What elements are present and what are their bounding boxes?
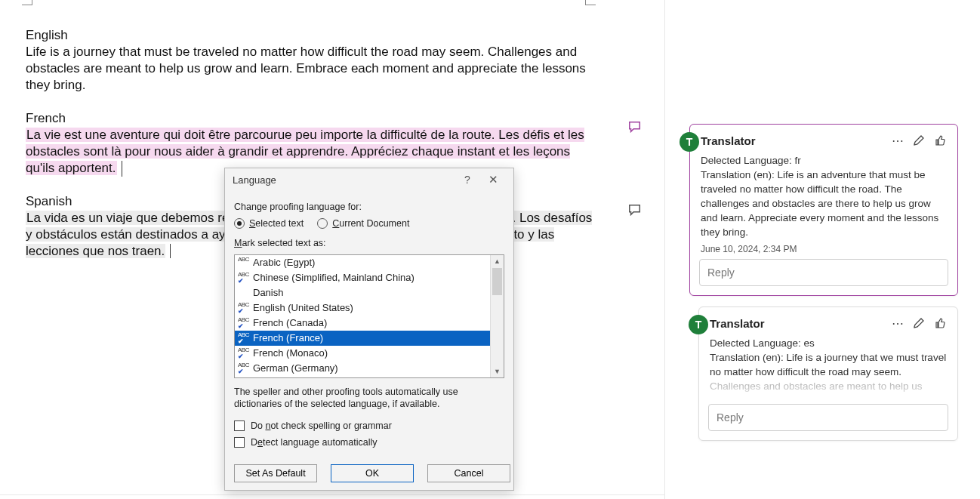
comment-author: Translator [710, 317, 891, 330]
french-paragraph[interactable]: French La vie est une aventure qui doit … [26, 110, 596, 177]
language-dialog: Language ? ✕ Change proofing language fo… [224, 168, 514, 491]
avatar: T [689, 315, 708, 334]
checkbox-icon [234, 420, 245, 431]
english-paragraph: English Life is a journey that must be t… [26, 27, 596, 94]
language-name: French (Monaco) [253, 346, 328, 361]
comments-panel: T Translator ⋯ Delected Language: fr Tra… [664, 0, 980, 499]
mark-label-rest: ark selected text as: [242, 238, 325, 248]
page-margin-corner-right [585, 0, 596, 5]
page-margin-corner-left [22, 0, 32, 5]
dialog-title: Language [233, 174, 276, 186]
language-name: Danish [253, 285, 283, 300]
radio-document-label: urrent Document [339, 218, 409, 229]
language-option[interactable]: Danish [235, 285, 492, 300]
french-heading: French [26, 110, 596, 127]
language-option[interactable]: ABC✔French (Monaco) [235, 346, 492, 361]
dialog-note: The speller and other proofing tools aut… [234, 386, 483, 410]
comment-author: Translator [701, 134, 891, 147]
edit-icon[interactable] [912, 316, 926, 330]
radio-icon [317, 218, 328, 229]
radio-current-document[interactable]: Current Document [317, 218, 409, 229]
text-cursor [122, 161, 126, 177]
spellcheck-abc-check-icon: ABC✔ [238, 302, 250, 314]
language-option[interactable]: ABC✔English (United States) [235, 300, 492, 316]
change-proofing-label: Change proofing language for: [234, 202, 504, 212]
reply-input[interactable]: Reply [708, 404, 948, 431]
comment-card[interactable]: T Translator ⋯ Delected Language: fr Tra… [689, 124, 958, 296]
listbox-scrollbar[interactable]: ▲ ▼ [490, 255, 504, 377]
reply-input[interactable]: Reply [699, 259, 948, 286]
comment-line: Delected Language: es [710, 336, 947, 350]
spellcheck-abc-check-icon: ABC✔ [238, 317, 250, 329]
radio-selected-text[interactable]: Selected text [234, 218, 304, 229]
spellcheck-abc-check-icon: ABC✔ [238, 362, 250, 374]
language-option[interactable]: ABC✔Chinese (Simplified, Mainland China) [235, 270, 492, 285]
radio-icon [234, 218, 245, 229]
spellcheck-abc-check-icon: ABC✔ [238, 332, 250, 344]
radio-selected-label: elected text [255, 218, 304, 229]
scroll-up-icon[interactable]: ▲ [491, 255, 504, 267]
english-body-text: Life is a journey that must be traveled … [26, 45, 586, 92]
set-as-default-button[interactable]: Set As Default [234, 464, 317, 482]
scroll-down-icon[interactable]: ▼ [491, 365, 504, 377]
thumbs-up-icon[interactable] [933, 134, 947, 147]
comment-line-faded: Challenges and obstacles are meant to he… [710, 379, 947, 393]
english-heading: English [26, 27, 596, 44]
page-bottom-divider [0, 494, 664, 495]
language-option[interactable]: ABC✔Arabic (Egypt) [235, 255, 492, 270]
spellcheck-abc-icon: ABC✔ [238, 257, 250, 269]
comment-line: Translation (en): Life is a journey that… [710, 350, 947, 379]
language-name: Chinese (Simplified, Mainland China) [253, 270, 414, 285]
cancel-button[interactable]: Cancel [427, 464, 510, 482]
spellcheck-abc-check-icon: ABC✔ [238, 272, 250, 284]
language-option[interactable]: ABC✔French (France) [235, 331, 492, 346]
language-name: French (Canada) [253, 316, 327, 331]
checkbox-icon [234, 437, 245, 448]
comment-body: Delected Language: es Translation (en): … [710, 336, 947, 393]
comment-marker-icon[interactable] [628, 121, 642, 133]
comment-marker-icon[interactable] [628, 204, 642, 216]
language-name: Arabic (Egypt) [253, 255, 315, 270]
edit-icon[interactable] [912, 134, 926, 147]
dialog-content: Change proofing language for: Selected t… [225, 191, 513, 448]
language-name: English (United States) [253, 300, 353, 316]
language-name: French (France) [253, 331, 323, 346]
dialog-close-button[interactable]: ✕ [480, 173, 506, 186]
checkbox-do-not-check[interactable]: Do not check spelling or grammar [234, 420, 504, 431]
scroll-thumb[interactable] [492, 268, 502, 295]
spellcheck-abc-check-icon: ABC✔ [238, 347, 250, 359]
text-cursor [170, 244, 174, 258]
dialog-titlebar[interactable]: Language ? ✕ [225, 168, 513, 191]
language-listbox[interactable]: ABC✔Arabic (Egypt)ABC✔Chinese (Simplifie… [234, 254, 504, 378]
comment-line: Translation (en): Life is an adventure t… [701, 168, 947, 239]
comment-card[interactable]: T Translator ⋯ Delected Language: es Tra… [698, 306, 958, 441]
avatar: T [680, 132, 699, 152]
thumbs-up-icon[interactable] [933, 316, 947, 330]
comment-line: Delected Language: fr [701, 153, 947, 168]
checkbox-detect-language[interactable]: Detect language automatically [234, 437, 504, 448]
mark-selected-label: Mark selected text as: [234, 238, 504, 248]
more-icon[interactable]: ⋯ [891, 134, 904, 147]
comment-date: June 10, 2024, 2:34 PM [701, 244, 947, 254]
language-name: German (Germany) [253, 361, 338, 376]
mark-label-accel: M [234, 238, 242, 248]
more-icon[interactable]: ⋯ [891, 316, 904, 330]
language-option[interactable]: ABC✔German (Germany) [235, 361, 492, 376]
dialog-help-button[interactable]: ? [455, 174, 480, 186]
radio-document-accel: C [332, 218, 339, 229]
language-option[interactable]: ABC✔French (Canada) [235, 316, 492, 331]
comment-body: Delected Language: fr Translation (en): … [701, 153, 947, 239]
ok-button[interactable]: OK [331, 464, 414, 482]
